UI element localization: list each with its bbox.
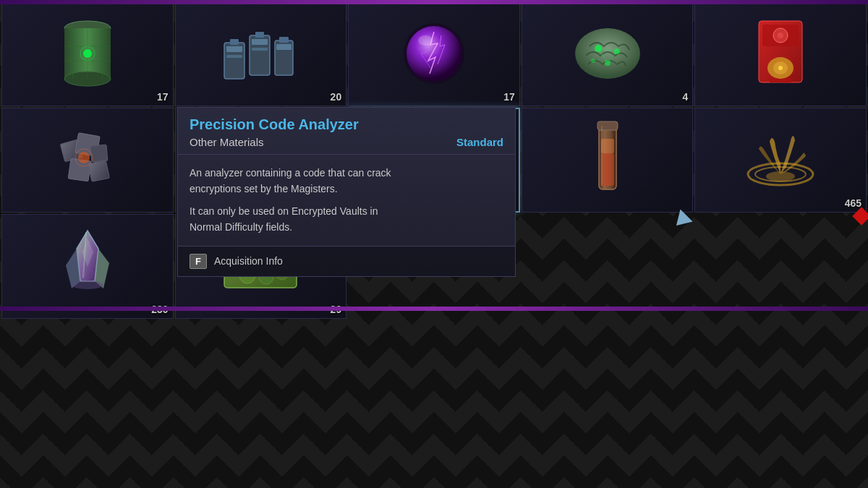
grid-cell-hdd[interactable] <box>694 1 867 106</box>
tooltip-category: Other Materials <box>190 136 264 148</box>
svg-rect-39 <box>770 79 791 82</box>
svg-rect-13 <box>226 55 242 58</box>
hdd-visual <box>712 12 848 95</box>
tooltip-rarity: Standard <box>456 136 503 148</box>
tooltip-popup: Precision Code Analyzer Other Materials … <box>177 107 516 277</box>
count-batteries: 20 <box>331 91 342 103</box>
grid-cell-plasma-orb[interactable]: 17 <box>348 1 520 106</box>
svg-point-45 <box>78 152 90 163</box>
count-plasma-orb: 17 <box>503 91 515 103</box>
count-brain: 4 <box>683 91 689 103</box>
plasma-orb-visual <box>366 12 502 95</box>
svg-rect-15 <box>255 32 264 38</box>
grid-cell-splash[interactable]: 465 <box>694 108 867 213</box>
grid-cell-brain[interactable]: 4 <box>522 1 694 106</box>
tooltip-subtitle-row: Other Materials Standard <box>190 136 503 148</box>
cylinder-visual <box>20 12 156 95</box>
svg-rect-17 <box>252 48 268 51</box>
count-cylinder: 17 <box>157 91 169 103</box>
crystal-visual <box>20 225 156 307</box>
svg-point-24 <box>575 28 640 79</box>
tooltip-desc-line1: An analyzer containing a code that can c… <box>190 165 503 181</box>
svg-rect-20 <box>276 44 292 50</box>
tooltip-desc-line3: It can only be used on Encrypted Vaults … <box>190 203 503 219</box>
svg-point-23 <box>418 35 433 46</box>
splash-visual <box>712 119 848 201</box>
svg-rect-61 <box>601 139 614 153</box>
rocks-visual <box>20 119 156 201</box>
top-border <box>0 0 868 4</box>
tooltip-desc-line2: encryptions set by the Magisters. <box>190 181 503 197</box>
tube-visual <box>539 119 675 201</box>
svg-point-22 <box>407 26 461 81</box>
acquisition-info-label: Acquisition Info <box>214 255 283 267</box>
svg-rect-44 <box>88 160 110 182</box>
svg-rect-19 <box>279 37 289 43</box>
brain-visual <box>539 12 675 95</box>
bottom-border <box>0 307 868 311</box>
tooltip-title: Precision Code Analyzer <box>190 116 503 133</box>
svg-point-8 <box>83 49 92 58</box>
svg-point-69 <box>72 281 103 289</box>
grid-cell-batteries[interactable]: 20 <box>175 1 347 106</box>
tooltip-body: An analyzer containing a code that can c… <box>178 155 515 246</box>
svg-rect-11 <box>230 39 239 45</box>
svg-point-35 <box>778 33 783 38</box>
svg-rect-59 <box>597 121 618 130</box>
grid-cell-crystal[interactable]: 230 <box>1 214 174 319</box>
grid-cell-cylinder[interactable]: 17 <box>1 1 174 106</box>
svg-rect-16 <box>252 39 268 45</box>
svg-rect-42 <box>90 145 108 163</box>
svg-rect-12 <box>226 46 242 52</box>
batteries-visual <box>192 12 328 95</box>
f-key-label: F <box>190 254 207 269</box>
svg-point-65 <box>766 171 795 181</box>
tooltip-desc-line4: Normal Difficulty fields. <box>190 219 503 235</box>
count-splash: 465 <box>845 197 861 209</box>
svg-point-38 <box>778 66 783 70</box>
tooltip-header: Precision Code Analyzer Other Materials … <box>178 108 515 155</box>
grid-cell-rocks[interactable] <box>1 108 174 213</box>
grid-cell-tube[interactable] <box>522 108 694 213</box>
svg-rect-60 <box>601 153 614 186</box>
svg-point-28 <box>591 59 595 63</box>
tooltip-footer[interactable]: F Acquisition Info <box>178 246 515 276</box>
